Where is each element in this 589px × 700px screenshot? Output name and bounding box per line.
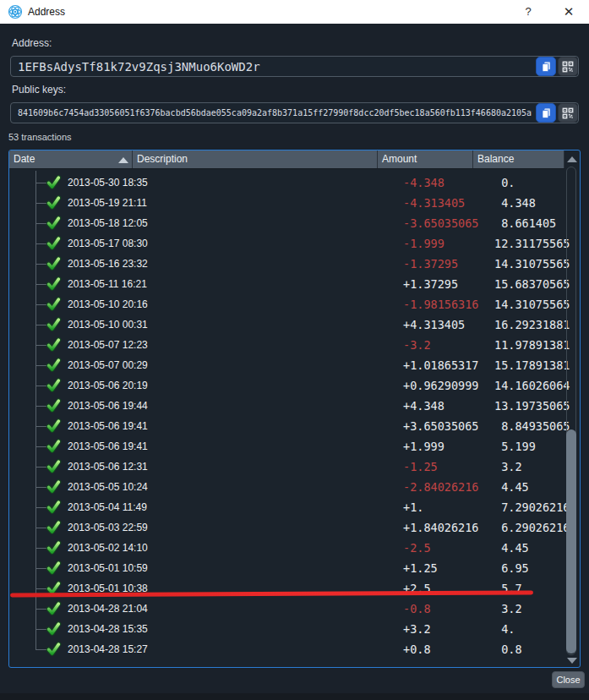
amount-cell: +3.65035065 [378,416,473,436]
table-row[interactable]: 2013-05-18 12:05 -3.65035065 8.661405 [9,213,564,233]
balance-cell: 4.45 [473,538,564,558]
confirmed-check-icon [46,418,62,434]
amount-cell: +3.2 [378,619,473,639]
date-cell: 2013-05-06 19:41 [9,436,133,457]
scroll-down-arrow-icon[interactable] [567,658,577,664]
date-cell: 2013-05-17 08:30 [9,233,133,254]
description-cell [133,639,378,659]
description-cell [133,375,378,396]
transaction-date: 2013-05-18 12:05 [68,213,148,233]
confirmed-check-icon [46,479,62,495]
table-row[interactable]: 2013-05-06 20:19 +0.96290999 14.16026064 [9,375,564,396]
confirmed-check-icon [46,621,62,637]
date-cell: 2013-04-28 21:04 [9,599,133,619]
description-cell [133,538,378,558]
date-cell: 2013-05-04 11:49 [9,497,133,517]
transaction-date: 2013-04-28 15:27 [68,639,148,659]
titlebar: Address ? ✕ [0,0,589,24]
table-row[interactable]: 2013-05-07 12:23 -3.2 11.97891381 [9,335,564,355]
table-row[interactable]: 2013-05-16 23:32 -1.37295 14.31075565 [9,254,564,274]
column-header-balance[interactable]: Balance [473,150,564,168]
description-cell [133,477,378,497]
table-row[interactable]: 2013-05-02 14:10 -2.5 4.45 [9,538,564,558]
table-row[interactable]: 2013-05-04 11:49 +1. 7.29026216 [9,497,564,517]
date-cell: 2013-05-07 12:23 [9,335,133,355]
transaction-date: 2013-05-06 19:41 [68,436,148,457]
transaction-date: 2013-04-28 21:04 [68,599,148,619]
description-cell [133,274,378,294]
window-bottom-edge [0,693,589,700]
table-row[interactable]: 2013-05-01 10:59 +1.25 6.95 [9,558,564,578]
confirmed-check-icon [46,500,62,515]
copy-icon [540,60,553,73]
balance-cell: 5.199 [473,436,564,457]
description-cell [133,396,378,416]
table-row[interactable]: 2013-05-05 10:24 -2.84026216 4.45 [9,477,564,497]
table-row[interactable]: 2013-05-30 18:35 -4.348 0. [9,172,564,193]
transaction-date: 2013-05-17 08:30 [68,233,148,254]
table-row[interactable]: 2013-04-28 15:27 +0.8 0.8 [9,639,564,659]
qr-code-address-button[interactable] [558,57,578,76]
app-atom-icon [8,4,23,19]
description-cell [133,457,378,477]
table-row[interactable]: 2013-05-10 20:16 -1.98156316 14.31075565 [9,294,564,314]
table-row[interactable]: 2013-04-28 15:35 +3.2 4. [9,619,564,639]
table-row[interactable]: 2013-05-10 00:31 +4.313405 16.29231881 [9,314,564,335]
amount-cell: -4.313405 [378,193,473,213]
sort-ascending-icon [118,157,128,163]
table-row[interactable]: 2013-05-19 21:11 -4.313405 4.348 [9,193,564,213]
copy-public-keys-button[interactable] [536,103,556,123]
column-header-amount[interactable]: Amount [378,150,473,168]
confirmed-check-icon [46,216,62,231]
table-row[interactable]: 2013-05-17 08:30 -1.999 12.31175565 [9,233,564,254]
amount-cell: +1. [378,497,473,517]
amount-cell: -4.348 [378,172,473,193]
public-keys-input[interactable] [10,102,579,123]
table-row[interactable]: 2013-05-06 19:41 +3.65035065 8.84935065 [9,416,564,436]
balance-cell: 3.2 [473,599,564,619]
balance-cell: 16.29231881 [473,314,564,335]
close-button[interactable]: Close [552,671,585,688]
table-row[interactable]: 2013-04-28 21:04 -0.8 3.2 [9,599,564,619]
scroll-up-arrow-icon[interactable] [567,156,577,162]
table-row[interactable]: 2013-05-03 22:59 +1.84026216 6.29026216 [9,517,564,538]
transaction-date: 2013-05-07 12:23 [68,335,148,355]
date-cell: 2013-05-10 20:16 [9,294,133,314]
table-row[interactable]: 2013-05-06 19:41 +1.999 5.199 [9,436,564,457]
description-cell [133,517,378,538]
confirmed-check-icon [46,520,62,535]
qr-code-public-keys-button[interactable] [558,103,578,123]
balance-cell: 8.84935065 [473,416,564,436]
description-cell [133,599,378,619]
table-row[interactable]: 2013-05-06 12:31 -1.25 3.2 [9,457,564,477]
transaction-date: 2013-05-10 00:31 [68,314,148,335]
amount-cell: +4.348 [378,396,473,416]
amount-cell: -2.84026216 [378,477,473,497]
confirmed-check-icon [46,540,62,555]
description-cell [133,193,378,213]
transaction-date: 2013-04-28 15:35 [68,619,148,639]
amount-cell: -1.37295 [378,254,473,274]
date-cell: 2013-05-30 18:35 [9,172,133,193]
table-row[interactable]: 2013-05-11 16:21 +1.37295 15.68370565 [9,274,564,294]
date-cell: 2013-05-05 10:24 [9,477,133,497]
confirmed-check-icon [46,236,62,251]
window-close-button[interactable]: ✕ [558,2,580,22]
transaction-date: 2013-05-06 19:41 [68,416,148,436]
confirmed-check-icon [46,297,62,312]
transaction-date: 2013-05-06 12:31 [68,457,148,477]
amount-cell: +0.8 [378,639,473,659]
transaction-date: 2013-05-02 14:10 [68,538,148,558]
address-input[interactable] [10,56,579,77]
help-button[interactable]: ? [517,2,539,22]
address-label: Address: [12,37,52,49]
table-row[interactable]: 2013-05-07 00:29 +1.01865317 15.17891381 [9,355,564,375]
date-cell: 2013-05-06 19:41 [9,416,133,436]
column-header-date[interactable]: Date [9,150,133,168]
confirmed-check-icon [46,256,62,271]
confirmed-check-icon [46,459,62,474]
scrollbar-thumb[interactable] [566,429,576,654]
column-header-description[interactable]: Description [133,150,378,168]
copy-address-button[interactable] [536,57,556,76]
table-row[interactable]: 2013-05-06 19:44 +4.348 13.19735065 [9,396,564,416]
